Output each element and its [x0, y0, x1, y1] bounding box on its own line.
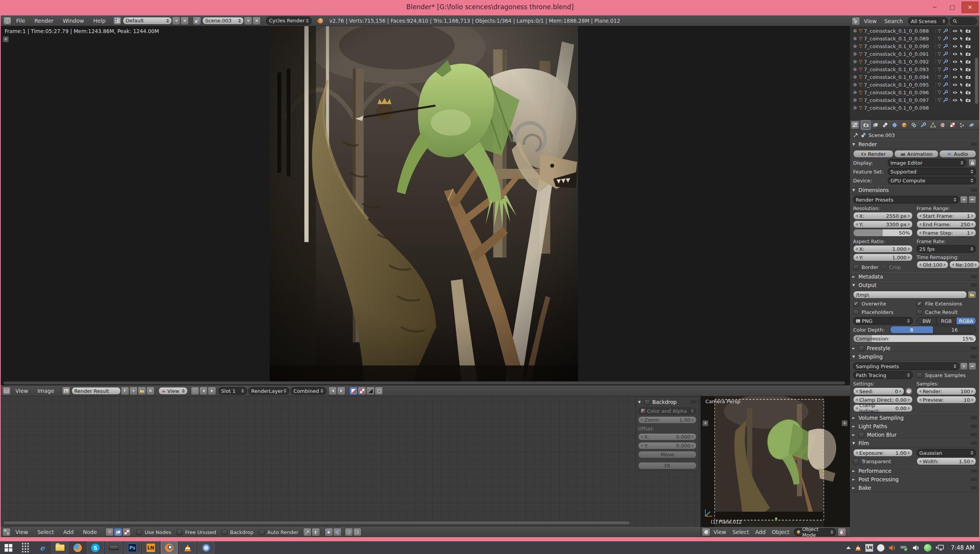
panel-grip[interactable] [971, 416, 977, 419]
outliner-row[interactable]: ⊕▽7_coinsstack_0.1_0_0.093▽ [850, 65, 979, 73]
object-name[interactable]: 7_coinsstack_0.1_0_0.095 [864, 82, 929, 88]
panel-header-render[interactable]: ▼ Render [850, 140, 979, 149]
menu-file[interactable]: File [12, 15, 30, 26]
copy-nodes-icon[interactable] [345, 528, 353, 536]
vlc-tray-icon[interactable] [855, 545, 861, 550]
prev-slot-arrow[interactable] [199, 387, 208, 395]
feature-set-selector[interactable]: Supported [888, 168, 976, 175]
lock-interface-icon[interactable] [968, 159, 976, 167]
outliner-row[interactable]: ⊕▽7_coinsstack_0.1_0_0.092▽ [850, 58, 979, 65]
breadcrumb-label[interactable]: Scene.003 [868, 132, 895, 138]
panel-arrow-icon[interactable]: ► [852, 433, 858, 437]
scene-selector[interactable]: Scene.003 [202, 17, 244, 25]
render-layer-selector[interactable]: RenderLayer [248, 387, 289, 395]
panel-arrow-icon[interactable]: ► [852, 486, 858, 490]
filter-width-field[interactable]: Width:1.50 [917, 457, 976, 465]
visibility-eye-icon[interactable] [952, 45, 958, 48]
panel-header-volume-sampling[interactable]: ► Volume Sampling [850, 414, 979, 422]
auto-render-toggle[interactable]: Auto Render [259, 528, 298, 536]
selectability-cursor-icon[interactable] [960, 36, 963, 41]
visibility-eye-icon[interactable] [952, 60, 958, 63]
preset-remove-button[interactable] [968, 362, 976, 370]
clamp-indirect-field[interactable]: Clamp Indirect:0.00 [853, 404, 913, 412]
panel-header-output[interactable]: ▼ Output [850, 281, 979, 289]
shader-nodes-icon[interactable] [105, 528, 114, 536]
cache-result-checkbox[interactable]: Cache Result [917, 308, 976, 316]
object-name[interactable]: 7_coinsstack_0.1_0_0.090 [864, 43, 929, 49]
menu-view[interactable]: View [710, 527, 729, 537]
expand-icon[interactable]: ⊕ [853, 105, 857, 110]
integrator-selector[interactable]: Path Tracing [853, 371, 913, 379]
panel-grip[interactable] [971, 486, 977, 489]
renderability-camera-icon[interactable] [965, 37, 971, 41]
border-checkbox[interactable]: Border [853, 263, 878, 271]
app-grid-button[interactable] [17, 541, 34, 554]
backdrop-toggle[interactable]: Backdrop [222, 528, 253, 536]
panel-header-dimensions[interactable]: ▼ Dimensions [850, 186, 979, 194]
preset-add-button[interactable]: + [960, 362, 968, 370]
renderability-camera-icon[interactable] [965, 90, 971, 95]
menu-add[interactable]: Add [58, 527, 78, 537]
selectability-cursor-icon[interactable] [960, 44, 963, 48]
outliner-row-partial[interactable]: ⊕▽7_coinsstack_0.1_0_0.098 [850, 104, 979, 112]
panel-header-film[interactable]: ▼ Film [850, 439, 979, 447]
editor-type-icon[interactable] [2, 387, 11, 395]
renderability-camera-icon[interactable] [965, 29, 971, 33]
selectability-cursor-icon[interactable] [960, 98, 963, 102]
layout-delete-button[interactable]: ✕ [180, 17, 189, 25]
next-pass-arrow[interactable] [337, 387, 345, 395]
transparent-checkbox[interactable]: Transparent [853, 457, 913, 465]
selectability-cursor-icon[interactable] [960, 75, 963, 79]
view-mode-selector[interactable]: View [158, 387, 188, 395]
renderability-camera-icon[interactable] [965, 60, 971, 64]
selectability-cursor-icon[interactable] [960, 82, 963, 87]
expand-icon[interactable]: ⊕ [853, 82, 857, 87]
scene-delete-button[interactable]: ✕ [252, 17, 261, 25]
start-frame-field[interactable]: Start Frame:1 [917, 212, 976, 220]
clock[interactable]: 7:48 AM [951, 544, 975, 551]
resolution-x-field[interactable]: X:2550 px [853, 212, 913, 220]
photoshop-button[interactable]: Ps [124, 542, 141, 554]
exposure-field[interactable]: Exposure:1.00 [853, 449, 913, 457]
layout-add-button[interactable]: + [172, 17, 180, 25]
compositing-nodes-icon[interactable] [114, 528, 122, 536]
filter-type-selector[interactable]: Gaussian [917, 449, 976, 457]
panel-arrow-icon[interactable]: ▼ [638, 400, 644, 404]
tab-object[interactable] [900, 120, 909, 130]
freestyle-checkbox[interactable] [858, 345, 864, 351]
editor-type-icon[interactable] [702, 528, 710, 536]
expand-icon[interactable]: ⊕ [853, 97, 857, 103]
motion-blur-checkbox[interactable] [858, 432, 864, 438]
frame-rate-selector[interactable]: 25 fps [917, 245, 976, 253]
object-name[interactable]: 7_coinsstack_0.1_0_0.092 [864, 59, 929, 65]
creative-cloud-icon[interactable] [877, 544, 885, 552]
menu-object[interactable]: Object [769, 527, 793, 537]
panel-header-post-processing[interactable]: ► Post Processing [850, 475, 979, 484]
outliner-row[interactable]: ⊕▽7_coinsstack_0.1_0_0.088▽ [850, 27, 979, 35]
panel-grip[interactable] [971, 425, 977, 428]
visibility-eye-icon[interactable] [952, 91, 958, 94]
speaker-icon[interactable] [912, 544, 920, 551]
menu-view[interactable]: View [11, 385, 33, 396]
backdrop-offset-x-field[interactable]: X:0.000 [638, 433, 697, 441]
pivot-icon[interactable] [191, 387, 199, 395]
outliner-row[interactable]: ⊕▽7_coinsstack_0.1_0_0.089▽ [850, 35, 979, 42]
panel-arrow-icon[interactable]: ▼ [852, 283, 858, 287]
display-selector[interactable]: Image Editor [888, 159, 966, 167]
menu-window[interactable]: Window [58, 15, 88, 26]
expand-icon[interactable]: ⊕ [853, 36, 857, 41]
panel-grip[interactable] [971, 433, 977, 436]
remap-new-field[interactable]: Ne:100 [949, 261, 979, 269]
browse-folder-icon[interactable] [968, 291, 976, 299]
close-button[interactable]: ✕ [962, 2, 978, 13]
scene-icon[interactable] [193, 17, 201, 25]
outliner-row[interactable]: ⊕▽7_coinsstack_0.1_0_0.095▽ [850, 81, 979, 88]
renderability-camera-icon[interactable] [965, 67, 971, 72]
aspect-x-field[interactable]: X:1.000 [853, 245, 913, 253]
file-extensions-checkbox[interactable]: ✓File Extensions [917, 300, 976, 307]
outliner-row[interactable]: ⊕▽7_coinsstack_0.1_0_0.096▽ [850, 88, 979, 96]
visibility-eye-icon[interactable] [952, 29, 958, 33]
network-icon[interactable] [935, 544, 945, 552]
snap-target-selector[interactable] [333, 528, 342, 536]
lightroom-button[interactable]: LN [142, 542, 159, 554]
